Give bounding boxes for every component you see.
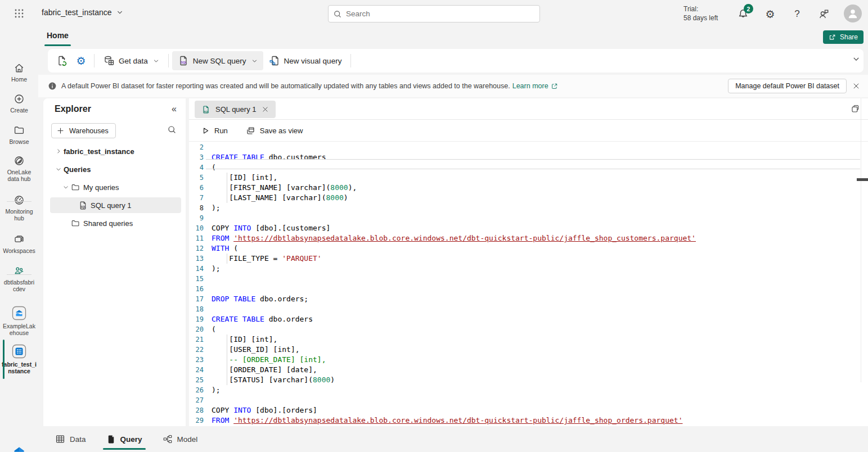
code-line-11[interactable]: 11FROM 'https://dbtlabsynapsedatalake.bl… bbox=[189, 233, 868, 243]
rail-item-label: Home bbox=[11, 76, 27, 83]
code-text: [ID] [int], bbox=[204, 173, 277, 183]
line-number: 28 bbox=[189, 405, 204, 415]
code-line-15[interactable]: 15 bbox=[189, 274, 868, 284]
code-line-28[interactable]: 28COPY INTO [dbo].[orders] bbox=[189, 405, 868, 415]
code-line-5[interactable]: 5 [ID] [int], bbox=[189, 173, 868, 183]
new-visual-query-button[interactable]: New visual query bbox=[263, 51, 348, 70]
rail-item-monitoringhub[interactable]: Monitoringhub bbox=[0, 195, 38, 222]
rail-item-onelakedata-hub[interactable]: OneLakedata hub bbox=[0, 155, 38, 182]
code-line-23[interactable]: 23 -- [ORDER_DATE] [int], bbox=[189, 355, 868, 365]
code-line-24[interactable]: 24 [ORDER_DATE] [date], bbox=[189, 365, 868, 375]
code-line-14[interactable]: 14); bbox=[189, 264, 868, 274]
rail-item-browse[interactable]: Browse bbox=[0, 125, 38, 145]
chevron-down-icon[interactable] bbox=[53, 166, 64, 173]
tab-query[interactable]: Query bbox=[103, 426, 146, 452]
code-line-3[interactable]: 3CREATE TABLE dbo.customers bbox=[189, 152, 868, 162]
code-line-10[interactable]: 10COPY INTO [dbo].[customers] bbox=[189, 223, 868, 233]
rail-item-home[interactable]: Home bbox=[0, 62, 38, 83]
chevron-down-icon[interactable] bbox=[61, 184, 71, 191]
code-line-12[interactable]: 12WITH ( bbox=[189, 243, 868, 254]
tree-item-label: My queries bbox=[83, 183, 119, 192]
code-text: [FIRST_NAME] [varchar](8000), bbox=[204, 183, 357, 193]
add-warehouses-button[interactable]: Warehouses bbox=[51, 123, 116, 138]
tree-item-shared-queries[interactable]: Shared queries bbox=[50, 215, 181, 231]
chevron-right-icon[interactable] bbox=[53, 148, 64, 155]
monitor-icon bbox=[14, 195, 25, 206]
code-line-4[interactable]: 4( bbox=[189, 162, 868, 173]
tab-model[interactable]: Model bbox=[159, 426, 201, 452]
tree-item-my-queries[interactable]: My queries bbox=[50, 179, 181, 195]
tree-item-queries[interactable]: Queries bbox=[50, 161, 181, 177]
rail-item-create[interactable]: Create bbox=[0, 93, 38, 114]
copy-button[interactable] bbox=[851, 104, 860, 114]
code-line-16[interactable]: 16 bbox=[189, 284, 868, 294]
code-line-13[interactable]: 13 FILE_TYPE = 'PARQUET' bbox=[189, 254, 868, 264]
save-as-view-button[interactable]: Save as view bbox=[241, 123, 308, 138]
tab-home[interactable]: Home bbox=[47, 31, 69, 40]
tree-item-sql-query-1[interactable]: SQLSQL query 1 bbox=[50, 197, 181, 213]
workspace-switcher[interactable]: fabric_test_instance bbox=[42, 8, 123, 17]
tab-data[interactable]: Data bbox=[52, 426, 89, 452]
explorer-search-button[interactable] bbox=[167, 125, 177, 134]
code-line-17[interactable]: 17DROP TABLE dbo.orders; bbox=[189, 294, 868, 304]
document-refresh-icon bbox=[56, 55, 68, 66]
collapse-explorer-button[interactable]: « bbox=[172, 104, 177, 114]
rail-item-fabric-test-instance[interactable]: fabric_test_instance bbox=[0, 344, 38, 374]
code-line-25[interactable]: 25 [STATUS] [varchar](8000) bbox=[189, 375, 868, 385]
code-line-7[interactable]: 7 [LAST_NAME] [varchar](8000) bbox=[189, 193, 868, 203]
line-number: 9 bbox=[189, 213, 204, 223]
play-icon bbox=[201, 126, 210, 135]
get-data-button[interactable]: Get data bbox=[98, 51, 165, 70]
avatar[interactable] bbox=[844, 4, 862, 22]
app-launcher-icon[interactable] bbox=[8, 3, 30, 24]
code-line-2[interactable]: 2 bbox=[189, 142, 868, 152]
rail-item-dbtlabsfabricdev[interactable]: dbtlabsfabricdev bbox=[0, 265, 38, 292]
lakehouse-icon bbox=[12, 306, 26, 320]
tab-sql-query-1[interactable]: SQL SQL query 1 bbox=[195, 101, 276, 118]
code-line-29[interactable]: 29FROM 'https://dbtlabsynapsedatalake.bl… bbox=[189, 415, 868, 426]
warehouse-settings-button[interactable]: ⚙ bbox=[71, 52, 91, 70]
refresh-dataset-button[interactable] bbox=[52, 52, 71, 70]
manage-default-dataset-button[interactable]: Manage default Power BI dataset bbox=[728, 79, 847, 93]
workspace-name: fabric_test_instance bbox=[42, 8, 112, 17]
code-line-6[interactable]: 6 [FIRST_NAME] [varchar](8000), bbox=[189, 183, 868, 193]
run-button[interactable]: Run bbox=[197, 124, 232, 138]
learn-more-link[interactable]: Learn more bbox=[512, 82, 558, 90]
editor-scrollbar[interactable] bbox=[861, 98, 861, 382]
code-line-20[interactable]: 20( bbox=[189, 324, 868, 335]
help-button[interactable]: ? bbox=[790, 7, 804, 21]
code-line-8[interactable]: 8); bbox=[189, 203, 868, 213]
banner-close-button[interactable] bbox=[851, 81, 861, 91]
new-sql-query-button[interactable]: SQL New SQL query bbox=[172, 51, 263, 70]
feedback-icon bbox=[818, 8, 830, 20]
collapse-ribbon-button[interactable] bbox=[852, 55, 860, 63]
rail-item-label: OneLakedata hub bbox=[7, 169, 32, 182]
share-button[interactable]: Share bbox=[823, 30, 863, 44]
code-line-27[interactable]: 27 bbox=[189, 395, 868, 405]
code-line-9[interactable]: 9 bbox=[189, 213, 868, 223]
rail-item-examplelakehouse[interactable]: ExampleLakehouse bbox=[0, 306, 38, 336]
query-doc-icon bbox=[106, 435, 116, 444]
copy-icon bbox=[851, 104, 860, 114]
tree-item-fabric-test-instance[interactable]: fabric_test_instance bbox=[50, 143, 181, 159]
code-text: FILE_TYPE = 'PARQUET' bbox=[204, 254, 322, 264]
onelake-icon bbox=[14, 155, 25, 166]
sql-code-area[interactable]: 23CREATE TABLE dbo.customers4(5 [ID] [in… bbox=[189, 142, 868, 426]
feedback-button[interactable] bbox=[817, 7, 831, 21]
scrollbar-marker[interactable] bbox=[857, 178, 868, 181]
close-tab-button[interactable] bbox=[262, 106, 269, 113]
active-tab-underline bbox=[44, 44, 71, 46]
code-line-19[interactable]: 19CREATE TABLE dbo.orders bbox=[189, 314, 868, 324]
rail-item-workspaces[interactable]: Workspaces bbox=[0, 234, 38, 254]
line-number: 5 bbox=[189, 173, 204, 183]
search-input[interactable] bbox=[346, 10, 535, 18]
rail-item-datawarehouse[interactable]: DataWarehouse bbox=[0, 445, 38, 452]
code-line-22[interactable]: 22 [USER_ID] [int], bbox=[189, 345, 868, 355]
code-line-26[interactable]: 26); bbox=[189, 385, 868, 395]
code-text: [STATUS] [varchar](8000) bbox=[204, 375, 335, 385]
code-line-21[interactable]: 21 [ID] [int], bbox=[189, 335, 868, 345]
settings-button[interactable]: ⚙ bbox=[763, 7, 777, 21]
code-text: -- [ORDER_DATE] [int], bbox=[204, 355, 326, 365]
line-number: 2 bbox=[189, 142, 204, 152]
code-line-18[interactable]: 18 bbox=[189, 304, 868, 314]
